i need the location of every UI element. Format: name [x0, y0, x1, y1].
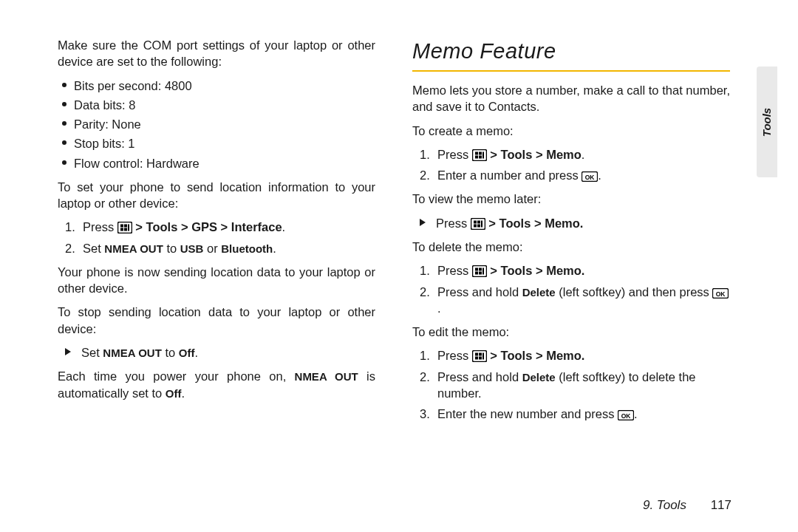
text: .	[273, 242, 276, 255]
svg-rect-28	[472, 351, 486, 362]
text: to	[163, 242, 180, 255]
text: .	[282, 220, 286, 233]
text: Press	[437, 148, 472, 161]
label: Off	[179, 347, 195, 359]
section-heading: To stop sending location data to your la…	[58, 304, 375, 337]
label: Off	[166, 387, 182, 400]
breadcrumb-path: > Tools > Memo.	[490, 264, 584, 277]
memo-intro: Memo lets you store a number, make a cal…	[412, 82, 730, 115]
side-tab-label: Tools	[761, 107, 774, 136]
section-heading: To edit the memo:	[412, 324, 730, 340]
text: Set	[81, 346, 103, 359]
svg-rect-32	[479, 357, 482, 360]
label: NMEA OUT	[104, 242, 163, 255]
label: USB	[180, 242, 204, 255]
list-item: Flow control: Hardware	[58, 155, 375, 171]
two-column-layout: Make sure the COM port settings of your …	[58, 37, 754, 429]
section-heading: To view the memo later:	[412, 191, 730, 207]
svg-rect-21	[475, 268, 478, 271]
svg-rect-17	[477, 220, 480, 223]
label: Bluetooth	[221, 242, 273, 255]
text: Press and hold	[437, 285, 522, 299]
svg-rect-1	[120, 225, 123, 228]
label: Delete	[522, 286, 556, 299]
side-tab: Tools	[757, 66, 777, 177]
svg-rect-3	[124, 225, 127, 228]
svg-rect-15	[474, 220, 477, 223]
label: NMEA OUT	[295, 370, 358, 383]
text: or	[203, 242, 221, 255]
text: Press	[436, 216, 471, 230]
svg-rect-20	[472, 266, 486, 277]
after-text: Your phone is now sending location data …	[58, 264, 375, 297]
footer-section: 9. Tools	[643, 498, 686, 512]
svg-rect-4	[124, 228, 127, 231]
text: .	[598, 168, 601, 182]
text: Set	[83, 242, 104, 255]
com-port-intro: Make sure the COM port settings of your …	[58, 37, 375, 70]
menu-key-icon	[471, 218, 485, 230]
list-item: Press > Tools > Memo.	[412, 262, 730, 279]
breadcrumb-path: > Tools > Memo.	[488, 216, 583, 230]
svg-text:OK: OK	[621, 412, 632, 420]
breadcrumb-path: > Tools > Memo.	[490, 349, 584, 362]
note-text: Each time you power your phone on, NMEA …	[58, 368, 375, 401]
edit-memo-steps: Press > Tools > Memo. Press and hold Del…	[412, 347, 730, 422]
text: Each time you power your phone on,	[58, 369, 295, 383]
list-item: Press and hold Delete (left softkey) to …	[412, 369, 730, 402]
svg-rect-31	[479, 353, 482, 356]
text: Press	[437, 264, 472, 277]
list-item: Bits per second: 4800	[58, 78, 375, 94]
svg-rect-18	[477, 224, 480, 227]
left-column: Make sure the COM port settings of your …	[58, 37, 375, 429]
section-heading: To delete the memo:	[412, 239, 730, 255]
com-port-settings-list: Bits per second: 4800 Data bits: 8 Parit…	[58, 78, 375, 171]
view-memo-steps: Press > Tools > Memo.	[412, 215, 730, 231]
stop-steps: Set NMEA OUT to Off.	[58, 344, 375, 361]
svg-rect-2	[120, 228, 123, 231]
ok-key-icon: OK	[618, 410, 634, 420]
ok-key-icon: OK	[582, 171, 598, 182]
manual-page: Make sure the COM port settings of your …	[0, 0, 798, 532]
list-item: Set NMEA OUT to USB or Bluetooth.	[58, 240, 375, 256]
svg-text:OK: OK	[585, 174, 596, 181]
svg-rect-29	[475, 353, 478, 356]
list-item: Press > Tools > Memo.	[412, 146, 730, 163]
list-item: Set NMEA OUT to Off.	[58, 344, 375, 361]
section-heading: To set your phone to send location infor…	[58, 179, 375, 212]
svg-text:OK: OK	[716, 290, 726, 297]
svg-rect-22	[475, 272, 478, 275]
svg-rect-19	[481, 220, 482, 227]
svg-rect-14	[471, 218, 485, 229]
breadcrumb-path: > Tools > GPS > Interface	[135, 220, 282, 233]
text: .	[634, 407, 638, 420]
svg-rect-0	[117, 222, 132, 233]
set-location-steps: Press > Tools > GPS > Interface. Set NME…	[58, 219, 375, 256]
svg-rect-23	[479, 268, 482, 271]
create-memo-steps: Press > Tools > Memo. Enter a number and…	[412, 146, 730, 184]
menu-key-icon	[472, 265, 487, 277]
list-item: Press > Tools > GPS > Interface.	[58, 219, 375, 235]
svg-rect-9	[479, 151, 482, 154]
ok-key-icon: OK	[712, 288, 729, 299]
svg-rect-7	[475, 151, 478, 154]
list-item: Enter a number and press OK.	[412, 167, 730, 183]
list-item: Press > Tools > Memo.	[412, 347, 730, 364]
text: Press	[437, 349, 472, 362]
list-item: Stop bits: 1	[58, 135, 375, 151]
right-column: Memo Feature Memo lets you store a numbe…	[412, 37, 730, 429]
text: to	[162, 346, 179, 359]
text: .	[437, 301, 441, 315]
list-item: Enter the new number and press OK.	[412, 406, 730, 422]
text: .	[582, 148, 585, 161]
svg-rect-16	[474, 224, 477, 227]
menu-key-icon	[472, 149, 487, 161]
text: .	[182, 386, 185, 400]
list-item: Data bits: 8	[58, 97, 375, 113]
svg-rect-6	[472, 149, 486, 160]
list-item: Press > Tools > Memo.	[412, 215, 730, 231]
svg-rect-24	[479, 272, 482, 275]
list-item: Parity: None	[58, 116, 375, 132]
text: Press	[83, 220, 117, 233]
svg-rect-5	[128, 225, 129, 231]
